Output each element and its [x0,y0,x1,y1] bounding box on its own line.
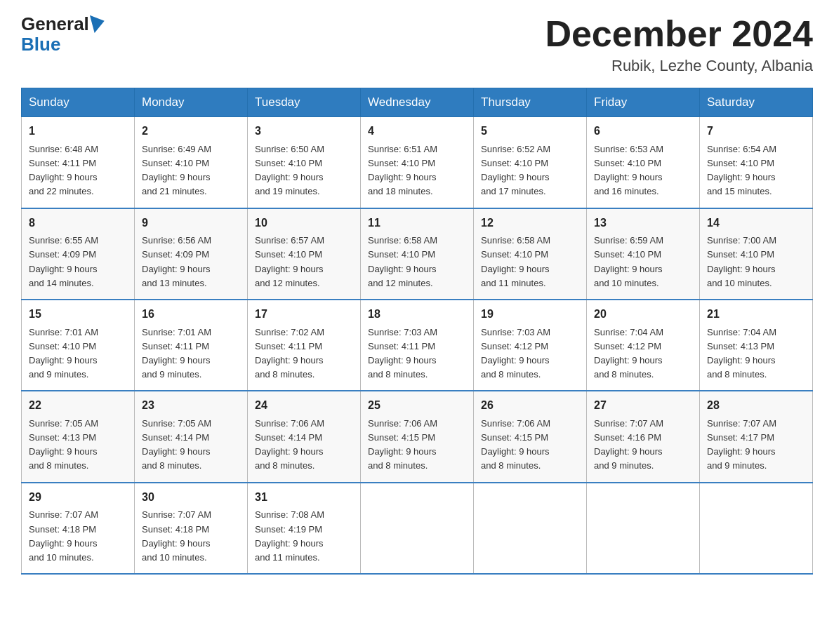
logo-general-text: General [21,14,89,34]
calendar-cell: 25Sunrise: 7:06 AMSunset: 4:15 PMDayligh… [361,391,474,482]
day-number: 24 [255,397,353,415]
weekday-header-wednesday: Wednesday [361,88,474,117]
day-number: 16 [142,306,240,323]
calendar-cell: 13Sunrise: 6:59 AMSunset: 4:10 PMDayligh… [587,208,700,300]
day-number: 12 [481,215,579,232]
calendar-cell: 7Sunrise: 6:54 AMSunset: 4:10 PMDaylight… [700,117,813,208]
day-info: Sunrise: 7:08 AMSunset: 4:19 PMDaylight:… [255,508,353,565]
calendar-cell: 12Sunrise: 6:58 AMSunset: 4:10 PMDayligh… [474,208,587,300]
calendar-week-row: 1Sunrise: 6:48 AMSunset: 4:11 PMDaylight… [22,117,813,208]
day-info: Sunrise: 6:55 AMSunset: 4:09 PMDaylight:… [29,234,127,290]
day-number: 20 [594,306,692,323]
day-info: Sunrise: 7:03 AMSunset: 4:11 PMDaylight:… [368,326,466,382]
calendar-cell [587,483,700,574]
calendar-cell: 14Sunrise: 7:00 AMSunset: 4:10 PMDayligh… [700,208,813,300]
day-info: Sunrise: 7:00 AMSunset: 4:10 PMDaylight:… [707,234,805,290]
day-number: 2 [142,123,240,140]
day-number: 3 [255,123,353,140]
calendar-cell: 22Sunrise: 7:05 AMSunset: 4:13 PMDayligh… [22,391,135,482]
day-info: Sunrise: 7:07 AMSunset: 4:16 PMDaylight:… [594,417,692,474]
day-number: 10 [255,215,353,232]
day-info: Sunrise: 7:07 AMSunset: 4:17 PMDaylight:… [707,417,805,474]
weekday-header-sunday: Sunday [22,88,135,117]
calendar-header-row: SundayMondayTuesdayWednesdayThursdayFrid… [22,88,813,117]
weekday-header-monday: Monday [135,88,248,117]
calendar-cell: 30Sunrise: 7:07 AMSunset: 4:18 PMDayligh… [135,483,248,574]
calendar-cell: 11Sunrise: 6:58 AMSunset: 4:10 PMDayligh… [361,208,474,300]
day-number: 15 [29,306,127,323]
calendar-cell [361,483,474,574]
day-number: 1 [29,123,127,140]
calendar-table: SundayMondayTuesdayWednesdayThursdayFrid… [21,88,813,575]
day-number: 29 [29,489,127,507]
calendar-cell [474,483,587,574]
day-number: 9 [142,215,240,232]
day-info: Sunrise: 6:50 AMSunset: 4:10 PMDaylight:… [255,142,353,199]
calendar-cell: 9Sunrise: 6:56 AMSunset: 4:09 PMDaylight… [135,208,248,300]
calendar-cell: 8Sunrise: 6:55 AMSunset: 4:09 PMDaylight… [22,208,135,300]
day-info: Sunrise: 6:54 AMSunset: 4:10 PMDaylight:… [707,142,805,199]
calendar-cell: 24Sunrise: 7:06 AMSunset: 4:14 PMDayligh… [248,391,361,482]
day-info: Sunrise: 7:07 AMSunset: 4:18 PMDaylight:… [142,508,240,565]
weekday-header-tuesday: Tuesday [248,88,361,117]
calendar-cell: 1Sunrise: 6:48 AMSunset: 4:11 PMDaylight… [22,117,135,208]
day-info: Sunrise: 7:05 AMSunset: 4:13 PMDaylight:… [29,417,127,474]
day-number: 13 [594,215,692,232]
calendar-cell: 26Sunrise: 7:06 AMSunset: 4:15 PMDayligh… [474,391,587,482]
day-info: Sunrise: 7:02 AMSunset: 4:11 PMDaylight:… [255,326,353,382]
day-number: 7 [707,123,805,140]
day-info: Sunrise: 6:49 AMSunset: 4:10 PMDaylight:… [142,142,240,199]
day-info: Sunrise: 6:48 AMSunset: 4:11 PMDaylight:… [29,142,127,199]
day-number: 30 [142,489,240,507]
day-number: 14 [707,215,805,232]
day-number: 28 [707,397,805,415]
day-number: 19 [481,306,579,323]
calendar-cell: 27Sunrise: 7:07 AMSunset: 4:16 PMDayligh… [587,391,700,482]
day-number: 4 [368,123,466,140]
calendar-cell: 18Sunrise: 7:03 AMSunset: 4:11 PMDayligh… [361,300,474,391]
day-info: Sunrise: 7:07 AMSunset: 4:18 PMDaylight:… [29,508,127,565]
calendar-cell: 29Sunrise: 7:07 AMSunset: 4:18 PMDayligh… [22,483,135,574]
day-info: Sunrise: 7:06 AMSunset: 4:15 PMDaylight:… [368,417,466,474]
calendar-cell: 20Sunrise: 7:04 AMSunset: 4:12 PMDayligh… [587,300,700,391]
calendar-cell: 28Sunrise: 7:07 AMSunset: 4:17 PMDayligh… [700,391,813,482]
day-info: Sunrise: 7:01 AMSunset: 4:11 PMDaylight:… [142,326,240,382]
day-info: Sunrise: 7:04 AMSunset: 4:12 PMDaylight:… [594,326,692,382]
day-info: Sunrise: 6:58 AMSunset: 4:10 PMDaylight:… [481,234,579,290]
month-title: December 2024 [545,14,813,54]
day-info: Sunrise: 7:06 AMSunset: 4:15 PMDaylight:… [481,417,579,474]
calendar-cell: 4Sunrise: 6:51 AMSunset: 4:10 PMDaylight… [361,117,474,208]
day-number: 25 [368,397,466,415]
day-number: 18 [368,306,466,323]
calendar-cell: 15Sunrise: 7:01 AMSunset: 4:10 PMDayligh… [22,300,135,391]
day-info: Sunrise: 7:05 AMSunset: 4:14 PMDaylight:… [142,417,240,474]
day-number: 8 [29,215,127,232]
day-info: Sunrise: 6:51 AMSunset: 4:10 PMDaylight:… [368,142,466,199]
calendar-cell: 10Sunrise: 6:57 AMSunset: 4:10 PMDayligh… [248,208,361,300]
calendar-cell: 3Sunrise: 6:50 AMSunset: 4:10 PMDaylight… [248,117,361,208]
day-number: 27 [594,397,692,415]
day-number: 6 [594,123,692,140]
logo: General Blue [21,14,105,54]
day-number: 21 [707,306,805,323]
day-number: 5 [481,123,579,140]
weekday-header-saturday: Saturday [700,88,813,117]
logo-arrow-icon [90,12,107,33]
calendar-cell: 19Sunrise: 7:03 AMSunset: 4:12 PMDayligh… [474,300,587,391]
calendar-week-row: 29Sunrise: 7:07 AMSunset: 4:18 PMDayligh… [22,483,813,574]
day-number: 26 [481,397,579,415]
day-number: 17 [255,306,353,323]
calendar-cell: 31Sunrise: 7:08 AMSunset: 4:19 PMDayligh… [248,483,361,574]
calendar-cell: 17Sunrise: 7:02 AMSunset: 4:11 PMDayligh… [248,300,361,391]
calendar-week-row: 8Sunrise: 6:55 AMSunset: 4:09 PMDaylight… [22,208,813,300]
day-number: 11 [368,215,466,232]
title-block: December 2024 Rubik, Lezhe County, Alban… [545,14,813,75]
day-info: Sunrise: 6:59 AMSunset: 4:10 PMDaylight:… [594,234,692,290]
calendar-cell: 23Sunrise: 7:05 AMSunset: 4:14 PMDayligh… [135,391,248,482]
calendar-cell [700,483,813,574]
page-header: General Blue December 2024 Rubik, Lezhe … [21,14,813,75]
day-info: Sunrise: 6:57 AMSunset: 4:10 PMDaylight:… [255,234,353,290]
location-subtitle: Rubik, Lezhe County, Albania [545,57,813,75]
day-info: Sunrise: 7:03 AMSunset: 4:12 PMDaylight:… [481,326,579,382]
day-info: Sunrise: 7:01 AMSunset: 4:10 PMDaylight:… [29,326,127,382]
